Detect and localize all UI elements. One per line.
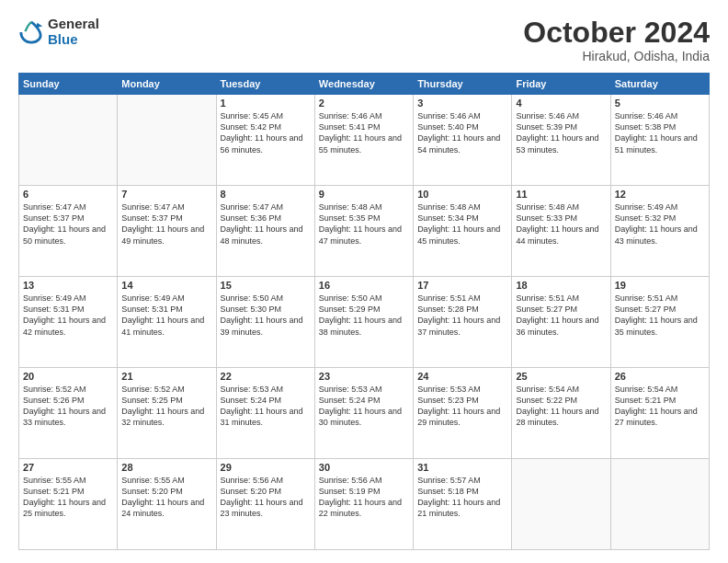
calendar-cell: 22Sunrise: 5:53 AM Sunset: 5:24 PM Dayli… [216, 368, 314, 459]
calendar-cell: 6Sunrise: 5:47 AM Sunset: 5:37 PM Daylig… [19, 186, 118, 277]
calendar-cell: 23Sunrise: 5:53 AM Sunset: 5:24 PM Dayli… [314, 368, 413, 459]
cell-content: Sunrise: 5:52 AM Sunset: 5:25 PM Dayligh… [121, 384, 211, 429]
cell-content: Sunrise: 5:46 AM Sunset: 5:41 PM Dayligh… [319, 110, 409, 155]
calendar-cell: 10Sunrise: 5:48 AM Sunset: 5:34 PM Dayli… [414, 186, 512, 277]
header-row: SundayMondayTuesdayWednesdayThursdayFrid… [19, 74, 710, 95]
cell-content: Sunrise: 5:56 AM Sunset: 5:20 PM Dayligh… [221, 475, 311, 520]
day-number: 8 [221, 189, 311, 200]
calendar-cell: 14Sunrise: 5:49 AM Sunset: 5:31 PM Dayli… [118, 277, 216, 368]
cell-content: Sunrise: 5:48 AM Sunset: 5:33 PM Dayligh… [516, 201, 606, 247]
column-header-monday: Monday [118, 74, 216, 95]
calendar-cell: 28Sunrise: 5:55 AM Sunset: 5:20 PM Dayli… [118, 459, 216, 550]
column-header-wednesday: Wednesday [314, 74, 413, 95]
day-number: 22 [221, 371, 311, 382]
day-number: 29 [221, 462, 311, 473]
week-row-3: 13Sunrise: 5:49 AM Sunset: 5:31 PM Dayli… [19, 277, 710, 368]
calendar-cell [19, 95, 118, 186]
cell-content: Sunrise: 5:52 AM Sunset: 5:26 PM Dayligh… [23, 384, 113, 429]
location-subtitle: Hirakud, Odisha, India [523, 49, 710, 63]
day-number: 21 [121, 371, 211, 382]
calendar-cell: 31Sunrise: 5:57 AM Sunset: 5:18 PM Dayli… [414, 459, 512, 550]
calendar-cell: 13Sunrise: 5:49 AM Sunset: 5:31 PM Dayli… [19, 277, 118, 368]
cell-content: Sunrise: 5:49 AM Sunset: 5:32 PM Dayligh… [615, 201, 705, 247]
calendar-cell: 9Sunrise: 5:48 AM Sunset: 5:35 PM Daylig… [314, 186, 413, 277]
day-number: 7 [121, 189, 211, 200]
calendar-cell: 12Sunrise: 5:49 AM Sunset: 5:32 PM Dayli… [610, 186, 709, 277]
day-number: 14 [121, 280, 211, 291]
calendar-cell: 5Sunrise: 5:46 AM Sunset: 5:38 PM Daylig… [610, 95, 709, 186]
calendar-cell: 15Sunrise: 5:50 AM Sunset: 5:30 PM Dayli… [216, 277, 314, 368]
calendar-cell: 17Sunrise: 5:51 AM Sunset: 5:28 PM Dayli… [414, 277, 512, 368]
cell-content: Sunrise: 5:51 AM Sunset: 5:27 PM Dayligh… [615, 293, 705, 338]
calendar-cell: 11Sunrise: 5:48 AM Sunset: 5:33 PM Dayli… [512, 186, 610, 277]
cell-content: Sunrise: 5:54 AM Sunset: 5:22 PM Dayligh… [516, 384, 606, 429]
cell-content: Sunrise: 5:47 AM Sunset: 5:36 PM Dayligh… [221, 201, 311, 247]
calendar-cell: 21Sunrise: 5:52 AM Sunset: 5:25 PM Dayli… [118, 368, 216, 459]
day-number: 6 [23, 189, 113, 200]
day-number: 13 [23, 280, 113, 291]
column-header-sunday: Sunday [19, 74, 118, 95]
calendar-cell: 26Sunrise: 5:54 AM Sunset: 5:21 PM Dayli… [610, 368, 709, 459]
cell-content: Sunrise: 5:57 AM Sunset: 5:18 PM Dayligh… [417, 475, 507, 520]
day-number: 17 [417, 280, 507, 291]
logo-icon [18, 19, 44, 45]
svg-marker-0 [36, 22, 42, 28]
logo-text: General Blue [48, 17, 99, 47]
title-area: October 2024 Hirakud, Odisha, India [523, 17, 710, 63]
day-number: 30 [319, 462, 409, 473]
cell-content: Sunrise: 5:48 AM Sunset: 5:34 PM Dayligh… [417, 201, 507, 247]
day-number: 3 [417, 98, 507, 109]
cell-content: Sunrise: 5:51 AM Sunset: 5:28 PM Dayligh… [417, 293, 507, 338]
calendar-cell: 25Sunrise: 5:54 AM Sunset: 5:22 PM Dayli… [512, 368, 610, 459]
logo: General Blue [18, 17, 99, 47]
cell-content: Sunrise: 5:49 AM Sunset: 5:31 PM Dayligh… [121, 293, 211, 338]
day-number: 23 [319, 371, 409, 382]
calendar-cell: 20Sunrise: 5:52 AM Sunset: 5:26 PM Dayli… [19, 368, 118, 459]
calendar-cell: 2Sunrise: 5:46 AM Sunset: 5:41 PM Daylig… [314, 95, 413, 186]
day-number: 12 [615, 189, 705, 200]
column-header-thursday: Thursday [414, 74, 512, 95]
month-title: October 2024 [523, 17, 710, 49]
calendar-cell [118, 95, 216, 186]
cell-content: Sunrise: 5:55 AM Sunset: 5:20 PM Dayligh… [121, 475, 211, 520]
calendar-cell: 24Sunrise: 5:53 AM Sunset: 5:23 PM Dayli… [414, 368, 512, 459]
cell-content: Sunrise: 5:55 AM Sunset: 5:21 PM Dayligh… [23, 475, 113, 520]
day-number: 2 [319, 98, 409, 109]
cell-content: Sunrise: 5:50 AM Sunset: 5:30 PM Dayligh… [221, 293, 311, 338]
calendar-cell: 29Sunrise: 5:56 AM Sunset: 5:20 PM Dayli… [216, 459, 314, 550]
day-number: 10 [417, 189, 507, 200]
calendar-cell [610, 459, 709, 550]
day-number: 31 [417, 462, 507, 473]
calendar-cell: 3Sunrise: 5:46 AM Sunset: 5:40 PM Daylig… [414, 95, 512, 186]
week-row-1: 1Sunrise: 5:45 AM Sunset: 5:42 PM Daylig… [19, 95, 710, 186]
day-number: 26 [615, 371, 705, 382]
calendar-cell: 8Sunrise: 5:47 AM Sunset: 5:36 PM Daylig… [216, 186, 314, 277]
column-header-tuesday: Tuesday [216, 74, 314, 95]
day-number: 4 [516, 98, 606, 109]
column-header-friday: Friday [512, 74, 610, 95]
day-number: 9 [319, 189, 409, 200]
calendar-cell: 30Sunrise: 5:56 AM Sunset: 5:19 PM Dayli… [314, 459, 413, 550]
calendar-cell: 1Sunrise: 5:45 AM Sunset: 5:42 PM Daylig… [216, 95, 314, 186]
cell-content: Sunrise: 5:49 AM Sunset: 5:31 PM Dayligh… [23, 293, 113, 338]
week-row-2: 6Sunrise: 5:47 AM Sunset: 5:37 PM Daylig… [19, 186, 710, 277]
day-number: 15 [221, 280, 311, 291]
day-number: 16 [319, 280, 409, 291]
calendar-cell: 4Sunrise: 5:46 AM Sunset: 5:39 PM Daylig… [512, 95, 610, 186]
calendar-cell: 18Sunrise: 5:51 AM Sunset: 5:27 PM Dayli… [512, 277, 610, 368]
cell-content: Sunrise: 5:50 AM Sunset: 5:29 PM Dayligh… [319, 293, 409, 338]
day-number: 19 [615, 280, 705, 291]
cell-content: Sunrise: 5:51 AM Sunset: 5:27 PM Dayligh… [516, 293, 606, 338]
column-header-saturday: Saturday [610, 74, 709, 95]
day-number: 1 [221, 98, 311, 109]
cell-content: Sunrise: 5:46 AM Sunset: 5:39 PM Dayligh… [516, 110, 606, 155]
calendar-cell: 16Sunrise: 5:50 AM Sunset: 5:29 PM Dayli… [314, 277, 413, 368]
day-number: 11 [516, 189, 606, 200]
day-number: 24 [417, 371, 507, 382]
calendar-cell: 27Sunrise: 5:55 AM Sunset: 5:21 PM Dayli… [19, 459, 118, 550]
cell-content: Sunrise: 5:48 AM Sunset: 5:35 PM Dayligh… [319, 201, 409, 247]
day-number: 27 [23, 462, 113, 473]
cell-content: Sunrise: 5:56 AM Sunset: 5:19 PM Dayligh… [319, 475, 409, 520]
cell-content: Sunrise: 5:47 AM Sunset: 5:37 PM Dayligh… [121, 201, 211, 247]
calendar-cell: 7Sunrise: 5:47 AM Sunset: 5:37 PM Daylig… [118, 186, 216, 277]
